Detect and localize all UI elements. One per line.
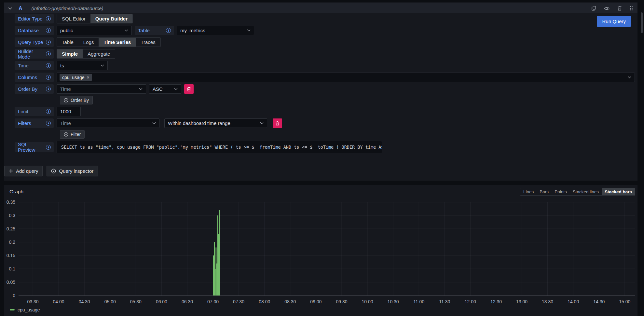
order-by-row: Order By i Time ASC <box>15 84 635 94</box>
query-builder-form: Editor Type i SQL Editor Query Builder D… <box>15 14 635 153</box>
limit-row: Limit i <box>15 107 635 116</box>
svg-text:0.2: 0.2 <box>9 240 16 245</box>
eye-icon[interactable] <box>604 7 610 10</box>
add-order-by-button[interactable]: Order By <box>60 96 93 104</box>
option-logs[interactable]: Logs <box>78 38 99 47</box>
svg-text:0.25: 0.25 <box>7 226 15 231</box>
filter-field-select[interactable]: Time <box>57 118 159 128</box>
svg-text:07:00: 07:00 <box>207 299 219 304</box>
limit-input[interactable] <box>57 107 81 116</box>
legend-item[interactable]: cpu_usage <box>10 307 40 312</box>
plus-icon <box>9 169 13 173</box>
svg-text:06:00: 06:00 <box>156 299 167 304</box>
svg-text:10:00: 10:00 <box>362 299 373 304</box>
option-simple[interactable]: Simple <box>57 49 83 58</box>
info-circle-icon <box>51 169 56 173</box>
order-by-direction-select[interactable]: ASC <box>149 84 181 94</box>
option-aggregate[interactable]: Aggregate <box>83 49 115 58</box>
mode-bars[interactable]: Bars <box>537 188 552 195</box>
svg-text:06:30: 06:30 <box>182 299 193 304</box>
label-text: SQL Preview <box>18 142 46 153</box>
filter-condition-select[interactable]: Within dashboard time range <box>164 118 267 128</box>
label-text: Builder Mode <box>18 48 46 60</box>
label-text: Time <box>18 63 29 68</box>
columns-row: Columns i cpu_usage × <box>15 73 635 82</box>
mode-lines[interactable]: Lines <box>520 188 537 195</box>
order-by-field-select[interactable]: Time <box>57 84 146 94</box>
limit-label: Limit i <box>15 107 54 116</box>
add-filter-button[interactable]: Filter <box>60 130 85 139</box>
mode-stacked-bars[interactable]: Stacked bars <box>602 188 635 195</box>
query-inspector-button[interactable]: Query inspector <box>47 166 98 176</box>
info-icon[interactable]: i <box>46 40 51 45</box>
run-query-button[interactable]: Run Query <box>597 16 631 27</box>
info-icon[interactable]: i <box>46 109 51 114</box>
info-icon[interactable]: i <box>166 28 171 33</box>
option-table[interactable]: Table <box>57 38 78 47</box>
query-inspector-label: Query inspector <box>59 168 93 174</box>
table-select[interactable]: my_metrics <box>177 26 254 35</box>
svg-text:14:30: 14:30 <box>593 299 605 304</box>
remove-tag-icon[interactable]: × <box>87 75 89 80</box>
chevron-down-icon <box>174 88 178 90</box>
remove-filter-button[interactable] <box>273 118 282 128</box>
info-icon[interactable]: i <box>46 16 51 21</box>
column-tag[interactable]: cpu_usage × <box>60 74 92 81</box>
svg-text:11:30: 11:30 <box>439 299 450 304</box>
svg-text:09:30: 09:30 <box>336 299 347 304</box>
legend-series-color <box>10 309 15 310</box>
svg-text:0.35: 0.35 <box>7 199 15 205</box>
sql-preview-label: SQL Preview i <box>15 142 54 152</box>
table-value: my_metrics <box>180 28 205 33</box>
info-icon[interactable]: i <box>46 63 51 68</box>
svg-text:15:00: 15:00 <box>619 299 630 304</box>
builder-mode-label: Builder Mode i <box>15 49 54 59</box>
remove-order-by-button[interactable] <box>184 84 194 94</box>
option-sql-editor[interactable]: SQL Editor <box>57 14 90 23</box>
sql-preview-row: SQL Preview i SELECT ts as "time", cpu_u… <box>15 141 635 153</box>
add-filter-row: Filter <box>15 130 635 139</box>
option-query-builder[interactable]: Query Builder <box>90 14 132 23</box>
trash-icon[interactable] <box>617 6 622 11</box>
mode-points[interactable]: Points <box>552 188 570 195</box>
filters-label: Filters i <box>15 118 54 128</box>
query-type-label: Query Type i <box>15 37 54 47</box>
time-value: ts <box>60 63 64 68</box>
columns-label: Columns i <box>15 73 54 82</box>
svg-text:0.3: 0.3 <box>9 213 16 218</box>
add-order-by-row: Order By <box>15 96 635 104</box>
chevron-down-icon <box>152 122 156 124</box>
duplicate-icon[interactable] <box>591 6 596 11</box>
option-time-series[interactable]: Time Series <box>99 38 136 47</box>
chevron-down-icon <box>260 122 264 124</box>
info-icon[interactable]: i <box>46 121 51 126</box>
info-icon[interactable]: i <box>46 28 51 33</box>
database-select[interactable]: public <box>57 26 132 35</box>
collapse-chevron-icon[interactable] <box>8 7 12 10</box>
trash-icon <box>275 121 280 126</box>
info-icon[interactable]: i <box>46 75 51 80</box>
add-query-button[interactable]: Add query <box>4 166 43 176</box>
chevron-down-icon <box>101 64 104 67</box>
editor-type-label: Editor Type i <box>15 14 54 23</box>
option-traces[interactable]: Traces <box>136 38 160 47</box>
filter-condition-value: Within dashboard time range <box>168 120 230 126</box>
svg-text:05:30: 05:30 <box>130 299 142 304</box>
drag-handle-icon[interactable] <box>630 6 633 11</box>
chart-svg: 00.050.10.150.20.250.30.3503:3004:0004:3… <box>4 196 637 306</box>
svg-text:05:00: 05:00 <box>104 299 116 304</box>
label-text: Filters <box>18 120 31 126</box>
info-icon[interactable]: i <box>46 87 51 91</box>
mode-stacked-lines[interactable]: Stacked lines <box>570 188 602 195</box>
add-filter-label: Filter <box>71 132 81 137</box>
query-footer: Add query Query inspector <box>4 166 98 176</box>
page: A (info8fcc-greptimedb-datasource) <box>0 0 644 316</box>
time-select[interactable]: ts <box>57 61 108 70</box>
columns-multiselect[interactable]: cpu_usage × <box>57 73 635 82</box>
builder-mode-row: Builder Mode i Simple Aggregate <box>15 49 635 59</box>
info-icon[interactable]: i <box>46 51 51 56</box>
info-icon[interactable]: i <box>46 145 51 150</box>
svg-text:13:00: 13:00 <box>516 299 528 304</box>
scrollbar-thumb[interactable] <box>641 12 643 33</box>
filter-field-placeholder: Time <box>60 120 71 126</box>
